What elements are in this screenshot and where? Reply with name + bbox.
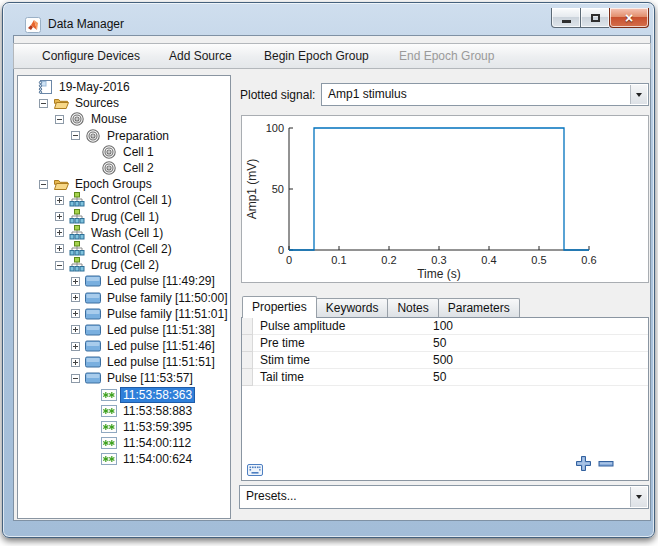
tree-row: Control (Cell 1) — [18, 192, 230, 208]
epoch-icon — [101, 387, 117, 403]
tree-item-label[interactable]: Led pulse [11:51:46] — [104, 339, 218, 353]
property-value[interactable]: 50 — [433, 335, 648, 351]
collapse-icon[interactable] — [55, 115, 64, 124]
tree-row: Cell 1 — [18, 144, 230, 160]
property-value[interactable]: 50 — [433, 369, 648, 385]
plotted-signal-combobox[interactable]: Amp1 stimulus — [321, 83, 649, 106]
row-header — [242, 369, 253, 386]
tree-item-label[interactable]: Drug (Cell 2) — [88, 258, 162, 272]
x-axis-label: Time (s) — [417, 267, 461, 281]
presets-value: Presets... — [246, 489, 297, 503]
collapse-icon[interactable] — [39, 180, 48, 189]
tab-notes[interactable]: Notes — [387, 298, 438, 317]
collapse-icon[interactable] — [39, 99, 48, 108]
tree-item-label[interactable]: Drug (Cell 1) — [88, 210, 162, 224]
expand-icon[interactable] — [71, 358, 80, 367]
source-icon — [101, 144, 117, 160]
toolbar-button-configure-devices[interactable]: Configure Devices — [42, 44, 140, 68]
x-tick-label: 0.6 — [581, 254, 596, 266]
tree-item-label[interactable]: Wash (Cell 1) — [88, 226, 166, 240]
app-icon — [25, 17, 41, 33]
tree-expander-slot — [55, 244, 69, 253]
tree-item-label[interactable]: Preparation — [104, 129, 172, 143]
tree-item-label[interactable]: 11:53:58:363 — [120, 387, 195, 403]
tree-item-label[interactable]: Led pulse [11:51:51] — [104, 355, 218, 369]
block-icon — [85, 273, 101, 289]
tree-row: 11:53:59:395 — [18, 419, 230, 435]
presets-combobox[interactable]: Presets... — [239, 485, 649, 509]
tree-item-label[interactable]: 11:53:58:883 — [120, 404, 195, 418]
tree-row: 19-May-2016 — [18, 79, 230, 95]
tree-item-label[interactable]: 11:53:59:395 — [120, 420, 195, 434]
chevron-down-icon[interactable] — [630, 85, 647, 104]
chevron-down-icon[interactable] — [630, 487, 647, 507]
tree-item-label[interactable]: Pulse family [11:50:00] — [104, 291, 231, 305]
property-row: Stim time500 — [242, 352, 648, 369]
tree-item-label[interactable]: Pulse [11:53:57] — [104, 371, 196, 385]
tree-expander-slot — [55, 196, 69, 205]
tree-row: Pulse [11:53:57] — [18, 370, 230, 386]
add-property-button[interactable] — [575, 455, 592, 472]
collapse-icon[interactable] — [71, 131, 80, 140]
tree-row: Wash (Cell 1) — [18, 225, 230, 241]
collapse-icon[interactable] — [55, 261, 64, 270]
epoch-icon — [101, 435, 117, 451]
tree-item-label[interactable]: Sources — [72, 96, 122, 110]
expand-icon[interactable] — [55, 212, 64, 221]
close-button[interactable]: × — [609, 8, 649, 28]
expand-icon[interactable] — [71, 325, 80, 334]
property-name: Pulse amplitude — [253, 318, 433, 334]
toolbar-button-end-epoch-group[interactable]: End Epoch Group — [399, 44, 494, 68]
expand-icon[interactable] — [71, 277, 80, 286]
keyboard-icon[interactable] — [247, 464, 263, 476]
y-tick-label: 100 — [266, 122, 284, 134]
tree-row: Led pulse [11:51:46] — [18, 338, 230, 354]
tree-expander-slot — [71, 374, 85, 383]
tree-item-label[interactable]: Cell 2 — [120, 161, 157, 175]
expand-icon[interactable] — [71, 309, 80, 318]
expand-icon[interactable] — [71, 342, 80, 351]
minimize-button[interactable] — [551, 8, 581, 28]
block-icon — [85, 370, 101, 386]
tree-item-label[interactable]: 19-May-2016 — [56, 80, 133, 94]
tree-row: 11:53:58:363 — [18, 387, 230, 403]
expand-icon[interactable] — [55, 228, 64, 237]
expand-icon[interactable] — [71, 293, 80, 302]
toolbar-button-begin-epoch-group[interactable]: Begin Epoch Group — [264, 44, 369, 68]
tab-properties[interactable]: Properties — [242, 296, 317, 318]
maximize-button[interactable] — [581, 8, 609, 28]
minimize-icon — [562, 20, 571, 23]
property-value[interactable]: 500 — [433, 352, 648, 368]
collapse-icon[interactable] — [71, 374, 80, 383]
tree-item-label[interactable]: 11:54:00:112 — [120, 436, 194, 450]
tree-row: Mouse — [18, 111, 230, 127]
tree-item-label[interactable]: Pulse family [11:51:01] — [104, 307, 231, 321]
tree-item-label[interactable]: Led pulse [11:51:38] — [104, 323, 218, 337]
expand-icon[interactable] — [55, 196, 64, 205]
y-tick-label: 0 — [278, 244, 284, 256]
tree-item-label[interactable]: 11:54:00:624 — [120, 452, 195, 466]
property-value[interactable]: 100 — [433, 318, 648, 334]
tree-expander-slot — [55, 228, 69, 237]
tab-parameters[interactable]: Parameters — [438, 298, 520, 317]
tree-item-label[interactable]: Control (Cell 1) — [88, 193, 175, 207]
tree-item-label[interactable]: Mouse — [88, 112, 130, 126]
tree-item-label[interactable]: Cell 1 — [120, 145, 157, 159]
tree-item-label[interactable]: Control (Cell 2) — [88, 242, 175, 256]
tree-expander-slot — [71, 358, 85, 367]
toolbar-button-add-source[interactable]: Add Source — [169, 44, 232, 68]
tree-item-label[interactable]: Led pulse [11:49:29] — [104, 274, 218, 288]
tree-row: Drug (Cell 2) — [18, 257, 230, 273]
x-tick-label: 0 — [286, 254, 292, 266]
tree-item-label[interactable]: Epoch Groups — [72, 177, 155, 191]
tree-row: Epoch Groups — [18, 176, 230, 192]
tab-keywords[interactable]: Keywords — [316, 298, 389, 317]
tree-expander-slot — [71, 325, 85, 334]
y-tick-label: 50 — [272, 183, 284, 195]
tree-row: Pulse family [11:51:01] — [18, 306, 230, 322]
remove-property-button[interactable] — [598, 459, 614, 469]
source-icon — [69, 111, 85, 127]
expand-icon[interactable] — [55, 244, 64, 253]
row-header — [242, 335, 253, 352]
tree-row: Drug (Cell 1) — [18, 209, 230, 225]
